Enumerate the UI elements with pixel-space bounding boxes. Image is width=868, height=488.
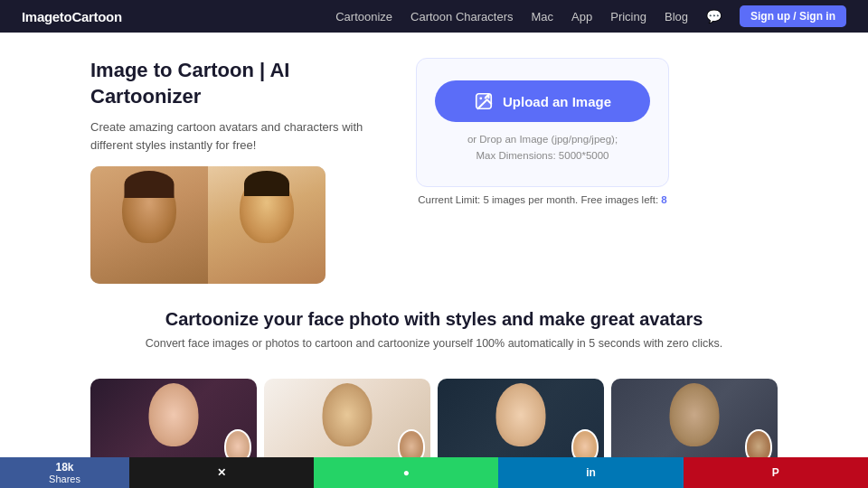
hero-image-pair (90, 166, 326, 284)
image-limit-text: Current Limit: 5 images per month. Free … (416, 194, 669, 205)
nav-cartoonize[interactable]: Cartoonize (335, 10, 392, 23)
pinterest-share-button[interactable]: P (684, 457, 868, 488)
gallery-face-2 (323, 383, 373, 446)
gallery-item-2 (264, 379, 430, 469)
nav-app[interactable]: App (571, 10, 592, 23)
hero-title: Image to Cartoon | AI Cartoonizer (90, 58, 380, 109)
cartoon-face-image (208, 166, 326, 284)
gallery-face-1 (149, 383, 199, 446)
facebook-shares-label: Shares (49, 474, 80, 484)
nav-mac[interactable]: Mac (532, 10, 554, 23)
signup-button[interactable]: Sign up / Sign in (740, 5, 846, 27)
upload-hint-line1: or Drop an Image (jpg/png/jpeg); (467, 131, 618, 147)
upload-button[interactable]: Upload an Image (435, 80, 650, 122)
nav-pricing[interactable]: Pricing (610, 10, 646, 23)
facebook-share-button[interactable]: 18k Shares (0, 457, 129, 488)
upload-hint-line2: Max Dimensions: 5000*5000 (467, 147, 618, 164)
hero-left: Image to Cartoon | AI Cartoonizer Create… (90, 58, 380, 284)
upload-box: Upload an Image or Drop an Image (jpg/pn… (416, 58, 669, 187)
gallery-face-3 (496, 383, 546, 446)
pinterest-icon: P (772, 466, 779, 479)
upload-button-label: Upload an Image (503, 94, 611, 109)
hero-right: Upload an Image or Drop an Image (jpg/pn… (416, 58, 669, 205)
real-face-image (90, 166, 208, 284)
gallery-face-4 (670, 383, 720, 446)
linkedin-share-button[interactable]: in (498, 457, 683, 488)
facebook-count: 18k (55, 461, 73, 474)
hero-section: Image to Cartoon | AI Cartoonizer Create… (0, 33, 868, 284)
upload-icon (474, 91, 494, 111)
section2-title: Cartoonize your face photo with styles a… (90, 309, 778, 330)
section2: Cartoonize your face photo with styles a… (0, 284, 868, 379)
navbar: ImagetoCartoon Cartoonize Cartoon Charac… (0, 0, 868, 33)
hero-subtitle: Create amazing cartoon avatars and chara… (90, 118, 380, 154)
social-share-bar: 18k Shares ✕ ● in P (0, 457, 868, 488)
whatsapp-icon: ● (403, 466, 410, 479)
twitter-share-button[interactable]: ✕ (129, 457, 314, 488)
gallery-item-1 (90, 379, 257, 469)
upload-hint: or Drop an Image (jpg/png/jpeg); Max Dim… (467, 131, 618, 164)
nav-cartoon-characters[interactable]: Cartoon Characters (410, 10, 513, 23)
twitter-icon: ✕ (217, 466, 226, 479)
site-logo: ImagetoCartoon (22, 9, 122, 24)
chat-icon[interactable]: 💬 (706, 9, 722, 23)
nav-blog[interactable]: Blog (665, 10, 688, 23)
svg-point-1 (479, 97, 482, 99)
limit-label: Current Limit: 5 images per month. Free … (418, 194, 658, 205)
section2-subtitle: Convert face images or photos to cartoon… (90, 337, 778, 350)
linkedin-icon: in (586, 466, 596, 479)
whatsapp-share-button[interactable]: ● (314, 457, 498, 488)
gallery-item-4 (611, 379, 778, 469)
limit-number: 8 (661, 194, 666, 205)
gallery (0, 379, 868, 469)
gallery-item-3 (438, 379, 604, 469)
